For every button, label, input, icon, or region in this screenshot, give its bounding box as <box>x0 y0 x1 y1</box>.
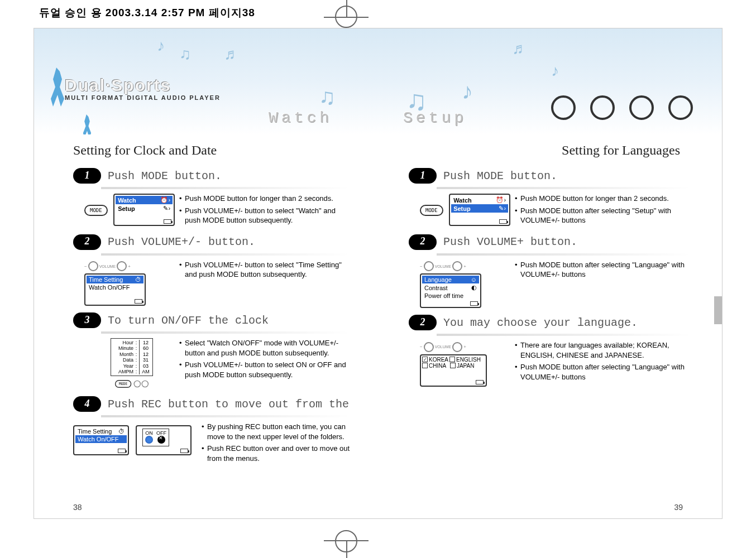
screen-row: Language ☺ <box>422 276 479 283</box>
step-number: 4 <box>73 396 101 412</box>
volume-buttons-icon <box>133 380 149 388</box>
step: 2 You may choose your language. − VOLUME… <box>409 315 691 387</box>
bullet: Push MODE button for longer than 2 secon… <box>515 194 691 204</box>
bullet: Select "Watch ON/OFF" mode with VOLUME+/… <box>179 338 350 358</box>
circle-icon <box>590 95 615 120</box>
step-title: Push VOLUME+ button. <box>443 235 577 248</box>
screen-label: Time Setting <box>78 428 112 435</box>
content-left: Setting for Clock and Date 1 Push MODE b… <box>34 134 378 465</box>
music-note-icon: ♪ <box>462 79 473 104</box>
screen-label: Language <box>424 276 452 283</box>
bullet-list: By pushing REC button each time, you can… <box>202 422 350 465</box>
step: 2 Push VOLUME+/- button. − VOLUME + Time <box>73 234 350 306</box>
screen-label: Setup <box>118 205 135 212</box>
screen-row: Power off time <box>422 292 479 300</box>
on-icon <box>145 436 153 444</box>
screen-row: Watch ⏰› <box>116 196 173 204</box>
product-subtitle: MULTI FORMAT DIGITAL AUDIO PLAYER <box>65 94 221 101</box>
screen-label: Contrast <box>424 285 448 291</box>
screen-row: Time Setting ⏱ <box>87 276 143 283</box>
circle-icon <box>629 95 654 120</box>
music-note-icon: ♬ <box>512 40 524 57</box>
screen-label: Watch <box>453 197 472 204</box>
section-title: Setting for Clock and Date <box>73 143 350 158</box>
bullet: Push VOLUME+/- button to select "Time Se… <box>179 260 350 280</box>
bullet: Push VOLUME+/- button to select "Watch" … <box>179 206 350 225</box>
bullet: Push MODE button for longer than 2 secon… <box>179 194 350 204</box>
lang-label: JAPAN <box>457 363 475 369</box>
face-icon: ☺ <box>471 276 477 283</box>
product-wordmark: Dual·Sports <box>65 76 171 95</box>
mode-button-icon: MODE <box>420 205 443 216</box>
page-spread: ♪ ♫ ♬ ♫ Dual·Sports MULTI FORMAT DIGITAL… <box>34 28 722 519</box>
bullet: Push REC button over and over to move ou… <box>202 444 350 463</box>
clock-icon: ⏱ <box>135 276 141 283</box>
on-label: ON <box>145 430 153 436</box>
step-title: Push MODE button. <box>443 170 557 182</box>
battery-icon <box>118 449 126 453</box>
battery-icon <box>476 380 484 384</box>
screen-row: Watch On/OFF <box>87 283 143 291</box>
reg-mark <box>324 17 369 18</box>
step-number: 3 <box>73 312 101 328</box>
thumb-tab <box>714 296 722 324</box>
screen-row: Setup ✎› <box>451 204 508 213</box>
page-left: ♪ ♫ ♬ ♫ Dual·Sports MULTI FORMAT DIGITAL… <box>34 28 378 518</box>
checkbox-icon <box>449 357 455 362</box>
mini-screen: Time Setting⏱ Watch On/OFF <box>73 425 129 455</box>
screen-label: Power off time <box>424 292 463 299</box>
checkbox-icon <box>450 363 456 368</box>
step-number: 2 <box>73 234 101 250</box>
page-number: 38 <box>73 503 82 512</box>
music-note-icon: ♪ <box>157 37 165 55</box>
bullet: Push MODE button after selecting "Setup"… <box>515 206 691 225</box>
bullet-list: Select "Watch ON/OFF" mode with VOLUME+/… <box>179 338 350 389</box>
lang-label: CHINA <box>429 363 446 369</box>
setup-icon: ✎› <box>163 205 170 212</box>
lang-label: ENGLISH <box>456 357 481 363</box>
screen-label: Watch <box>118 197 136 204</box>
step-title: Push MODE button. <box>108 170 222 182</box>
clock-icon: ⏰› <box>160 196 170 204</box>
screen-label: Setup <box>453 205 471 212</box>
screen-row: Setup ✎› <box>116 204 173 213</box>
checkbox-icon <box>422 363 428 368</box>
mini-screen: ON OFF <box>136 425 192 455</box>
step: 1 Push MODE button. MODE Watch ⏰› <box>409 168 691 228</box>
onoff-overlay: ON OFF <box>142 429 169 446</box>
lang-label: KOREA <box>429 357 448 363</box>
step-number: 2 <box>409 234 437 250</box>
runner-icon <box>80 114 94 134</box>
step: 4 Push REC button to move out from the T… <box>73 396 350 465</box>
circle-icon <box>551 95 576 120</box>
battery-icon <box>470 301 478 306</box>
step-number: 1 <box>409 168 437 184</box>
battery-icon <box>135 299 142 304</box>
step-title: Push REC button to move out from the <box>108 398 349 411</box>
step-title: To turn ON/OFF the clock <box>108 314 269 327</box>
section-ghost-label: Setup <box>403 109 467 127</box>
bullet: There are four languages available; KORE… <box>515 340 691 360</box>
bullet: Push MODE button after selecting "Langua… <box>515 362 691 382</box>
music-note-icon: ♫ <box>179 45 191 63</box>
battery-icon <box>180 449 188 453</box>
step-number: 1 <box>73 168 101 184</box>
reg-mark <box>324 540 369 541</box>
checkbox-icon: ✓ <box>422 357 428 362</box>
hero-right: ♫ ♪ ♬ ♪ Setup <box>378 28 722 134</box>
section-ghost-label: Watch <box>269 109 332 127</box>
bullet-list: Push VOLUME+/- button to select "Time Se… <box>179 260 350 306</box>
battery-icon <box>164 219 171 224</box>
mode-button-icon: MODE <box>84 205 108 216</box>
step: 3 To turn ON/OFF the clock Hour:12 Minut… <box>73 312 350 389</box>
page-right: ♫ ♪ ♬ ♪ Setup Setting for Languages 1 Pu… <box>378 28 722 518</box>
section-title: Setting for Languages <box>409 143 691 158</box>
bullet-list: There are four languages available; KORE… <box>515 340 691 387</box>
content-right: Setting for Languages 1 Push MODE button… <box>378 134 722 387</box>
step: 2 Push VOLUME+ button. − VOLUME + Langua <box>409 234 691 309</box>
hero-left: ♪ ♫ ♬ ♫ Dual·Sports MULTI FORMAT DIGITAL… <box>34 28 378 134</box>
screen-label: Watch On/OFF <box>89 284 130 291</box>
mode-button-icon: MODE <box>115 380 131 388</box>
screen-row: Contrast ◐ <box>422 283 479 292</box>
volume-buttons-icon: − VOLUME + <box>84 261 131 271</box>
